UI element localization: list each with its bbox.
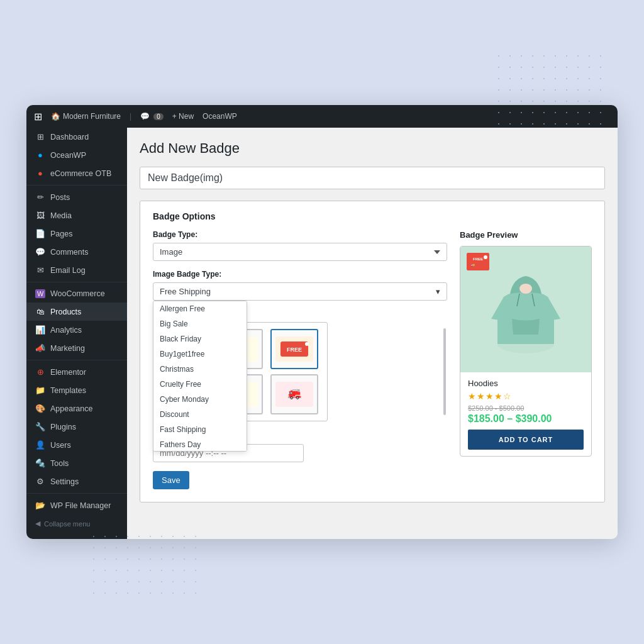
sidebar-item-dashboard[interactable]: ⊞ Dashboard — [26, 128, 127, 146]
products-icon: 🛍 — [35, 307, 45, 316]
sidebar-item-analytics[interactable]: 📊 Analytics — [26, 321, 127, 339]
woo-icon: W — [35, 289, 45, 298]
wp-logo[interactable]: ⊞ — [34, 111, 42, 123]
sidebar-item-products[interactable]: 🛍 Products — [26, 303, 127, 321]
dropdown-item[interactable]: Fast Shipping — [153, 422, 247, 437]
preview-info: Hoodies ★★★★☆ $250.00 - $500.00 $185.00 … — [460, 372, 591, 456]
sidebar-item-settings[interactable]: ⚙ Settings — [26, 472, 127, 491]
sidebar-item-woocommerce[interactable]: W WooCommerce — [26, 285, 127, 303]
dropdown-item[interactable]: Fathers Day — [153, 437, 247, 452]
comments-link[interactable]: 💬 0 — [140, 112, 164, 121]
sidebar-item-email-log[interactable]: ✉ Email Log — [26, 261, 127, 279]
chevron-down-icon: ▾ — [436, 287, 440, 296]
badge-name-input[interactable] — [140, 167, 605, 189]
form-content: Badge Type: Image Image Badge Type: Free… — [153, 230, 592, 489]
marketing-icon: 📣 — [35, 343, 45, 353]
templates-icon: 📁 — [35, 386, 45, 395]
save-button[interactable]: Save — [153, 471, 189, 489]
svg-point-21 — [519, 284, 532, 294]
sidebar-item-oceanwp[interactable]: ● OceanWP — [26, 146, 127, 164]
pages-icon: 📄 — [35, 229, 45, 238]
scrollbar[interactable] — [443, 328, 446, 415]
sidebar-item-tools[interactable]: 🔩 Tools — [26, 454, 127, 472]
new-button[interactable]: + New — [172, 112, 194, 121]
dropdown-item[interactable]: Cruelty Free — [153, 377, 247, 392]
add-to-cart-button[interactable]: ADD TO CART — [468, 430, 584, 450]
settings-icon: ⚙ — [35, 477, 45, 486]
badge-type-label: Badge Type: — [153, 230, 447, 239]
preview-badge-icon: FREE 🚚 — [467, 253, 489, 270]
dropdown-item[interactable]: Big Sale — [153, 316, 247, 331]
sidebar-item-marketing[interactable]: 📣 Marketing — [26, 339, 127, 357]
dropdown-item[interactable]: Allergen Free — [153, 301, 247, 316]
product-name: Hoodies — [468, 379, 584, 388]
comments-icon: 💬 — [35, 247, 45, 257]
badge-options-panel: Badge Options Badge Type: Image Image — [140, 201, 605, 502]
image-badge-type-label: Image Badge Type: — [153, 270, 447, 279]
star-rating: ★★★★☆ — [468, 391, 584, 401]
top-bar: ⊞ 🏠 Modern Furniture | 💬 0 + New OceanWP — [26, 105, 618, 128]
sidebar-item-posts[interactable]: ✏ Posts — [26, 188, 127, 206]
original-price: $250.00 - $500.00 — [468, 404, 584, 412]
collapse-arrow-icon: ◀ — [35, 519, 40, 528]
image-badge-type-input[interactable]: Free Shipping ▾ — [153, 282, 447, 301]
tools-icon: 🔩 — [35, 458, 45, 468]
preview-title: Badge Preview — [460, 230, 592, 240]
sidebar-item-elementor[interactable]: ⊕ Elementor — [26, 363, 127, 381]
preview-card: FREE 🚚 — [460, 246, 592, 457]
svg-text:FREE: FREE — [473, 257, 483, 261]
ecommerce-icon: ● — [35, 169, 45, 178]
folder-icon: 📂 — [35, 501, 45, 510]
sidebar-item-comments[interactable]: 💬 Comments — [26, 243, 127, 261]
collapse-menu[interactable]: ◀ Collapse menu — [26, 514, 127, 533]
site-name-link[interactable]: 🏠 Modern Furniture — [51, 112, 121, 121]
badge-options-title: Badge Options — [153, 211, 592, 221]
elementor-icon: ⊕ — [35, 367, 45, 377]
image-badge-type-group: Image Badge Type: Free Shipping ▾ Allerg… — [153, 270, 447, 301]
right-preview: Badge Preview FREE 🚚 — [460, 230, 592, 489]
browser-window: ⊞ 🏠 Modern Furniture | 💬 0 + New OceanWP… — [26, 105, 618, 539]
sidebar-item-pages[interactable]: 📄 Pages — [26, 225, 127, 243]
svg-point-19 — [484, 255, 487, 259]
home-icon: 🏠 — [51, 112, 60, 121]
dashboard-icon: ⊞ — [35, 132, 45, 142]
media-icon: 🖼 — [35, 211, 45, 220]
dropdown-list: Allergen FreeBig SaleBlack FridayBuy1get… — [153, 301, 247, 452]
dropdown-item[interactable]: Discount — [153, 407, 247, 422]
content-area: Add New Badge Badge Options Badge Type: … — [127, 128, 618, 539]
badge-img-free-tag[interactable]: FREE — [270, 329, 318, 369]
preview-image-area: FREE 🚚 — [460, 247, 591, 372]
sidebar-item-media[interactable]: 🖼 Media — [26, 206, 127, 225]
dropdown-item[interactable]: Buy1get1free — [153, 347, 247, 362]
badge-type-select[interactable]: Image — [153, 243, 447, 261]
dropdown-item[interactable]: Black Friday — [153, 331, 247, 347]
svg-text:FREE: FREE — [287, 347, 302, 353]
sidebar-item-appearance[interactable]: 🎨 Appearance — [26, 399, 127, 418]
analytics-icon: 📊 — [35, 325, 45, 335]
dropdown-item[interactable]: Cyber Monday — [153, 392, 247, 407]
sidebar-item-plugins[interactable]: 🔧 Plugins — [26, 418, 127, 436]
email-icon: ✉ — [35, 265, 45, 275]
sale-price: $185.00 – $390.00 — [468, 413, 584, 425]
dropdown-item[interactable]: Christmas — [153, 362, 247, 377]
sidebar-item-ecommerce[interactable]: ● eCommerce OTB — [26, 164, 127, 182]
svg-text:🚚: 🚚 — [471, 263, 475, 267]
svg-text:🚒: 🚒 — [287, 386, 302, 400]
badge-type-group: Badge Type: Image — [153, 230, 447, 261]
left-form: Badge Type: Image Image Badge Type: Free… — [153, 230, 447, 489]
theme-link[interactable]: OceanWP — [203, 112, 237, 121]
sidebar-item-templates[interactable]: 📁 Templates — [26, 381, 127, 399]
sidebar: ⊞ Dashboard ● OceanWP ● eCommerce OTB ✏ … — [26, 128, 127, 539]
users-icon: 👤 — [35, 440, 45, 450]
svg-point-8 — [305, 342, 309, 346]
appearance-icon: 🎨 — [35, 404, 45, 413]
badge-img-truck-red[interactable]: 🚒 — [270, 374, 318, 414]
hoodie-illustration — [488, 262, 564, 357]
posts-icon: ✏ — [35, 192, 45, 202]
page-title: Add New Badge — [140, 140, 605, 157]
main-layout: ⊞ Dashboard ● OceanWP ● eCommerce OTB ✏ … — [26, 128, 618, 539]
sidebar-item-file-manager[interactable]: 📂 WP File Manager — [26, 496, 127, 514]
image-badge-dropdown-container: Free Shipping ▾ Allergen FreeBig SaleBla… — [153, 282, 447, 301]
comment-icon: 💬 — [140, 112, 150, 121]
sidebar-item-users[interactable]: 👤 Users — [26, 436, 127, 454]
